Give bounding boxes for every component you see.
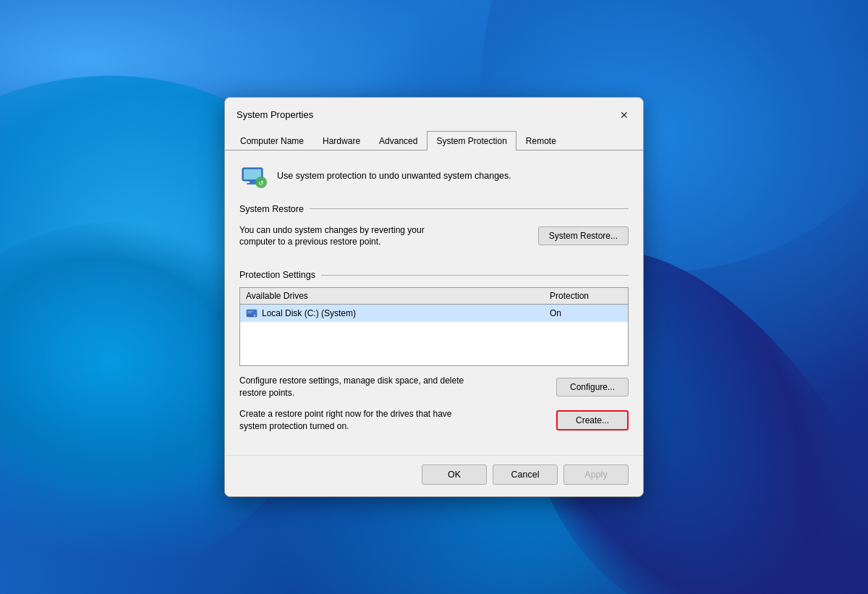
- apply-button[interactable]: Apply: [563, 464, 629, 485]
- configure-button[interactable]: Configure...: [556, 378, 629, 396]
- tab-hardware[interactable]: Hardware: [313, 131, 370, 150]
- drive-name-cell: Local Disk (C:) (System): [246, 307, 550, 319]
- dialog-content: ↺ Use system protection to undo unwanted…: [225, 150, 643, 456]
- system-restore-header: System Restore: [239, 204, 629, 214]
- restore-row: You can undo system changes by reverting…: [239, 221, 629, 256]
- configure-description: Configure restore settings, manage disk …: [239, 375, 471, 399]
- drive-name: Local Disk (C:) (System): [262, 308, 356, 318]
- title-bar: System Properties ✕: [225, 98, 643, 131]
- configure-row: Configure restore settings, manage disk …: [239, 375, 629, 399]
- protection-settings-section: Protection Settings Available Drives Pro…: [239, 270, 629, 432]
- protection-settings-header: Protection Settings: [239, 270, 629, 280]
- tab-advanced[interactable]: Advanced: [370, 131, 427, 150]
- empty-table-rows: [240, 322, 628, 365]
- svg-rect-9: [247, 311, 253, 312]
- system-restore-title: System Restore: [239, 204, 304, 214]
- protection-settings-title: Protection Settings: [239, 270, 315, 280]
- create-button[interactable]: Create...: [556, 410, 629, 430]
- system-restore-section: System Restore You can undo system chang…: [239, 204, 629, 256]
- section-divider: [310, 208, 629, 209]
- tab-bar: Computer Name Hardware Advanced System P…: [225, 131, 643, 150]
- disk-icon: [246, 307, 258, 319]
- system-protection-icon: ↺: [239, 162, 268, 191]
- table-row[interactable]: Local Disk (C:) (System) On: [240, 305, 628, 322]
- ok-button[interactable]: OK: [422, 464, 487, 485]
- section-divider-2: [321, 275, 629, 276]
- system-properties-dialog: System Properties ✕ Computer Name Hardwa…: [224, 97, 644, 498]
- drives-table-header: Available Drives Protection: [240, 288, 628, 305]
- svg-point-8: [254, 315, 256, 317]
- create-description: Create a restore point right now for the…: [239, 408, 471, 433]
- restore-description: You can undo system changes by reverting…: [239, 224, 456, 249]
- svg-text:↺: ↺: [258, 179, 264, 187]
- drives-col2-header: Protection: [550, 291, 622, 301]
- tab-computer-name[interactable]: Computer Name: [231, 131, 313, 150]
- protection-status: On: [550, 308, 622, 318]
- dialog-title: System Properties: [237, 109, 313, 120]
- dialog-footer: OK Cancel Apply: [225, 455, 643, 496]
- drives-table: Available Drives Protection Local D: [239, 287, 629, 366]
- header-section: ↺ Use system protection to undo unwanted…: [239, 162, 629, 191]
- tab-system-protection[interactable]: System Protection: [427, 131, 516, 150]
- system-restore-button[interactable]: System Restore...: [538, 226, 629, 245]
- create-row: Create a restore point right now for the…: [239, 408, 629, 433]
- close-button[interactable]: ✕: [614, 105, 634, 125]
- header-description: Use system protection to undo unwanted s…: [277, 170, 511, 183]
- drives-col1-header: Available Drives: [246, 291, 550, 301]
- cancel-button[interactable]: Cancel: [493, 464, 558, 485]
- tab-remote[interactable]: Remote: [516, 131, 566, 150]
- svg-rect-10: [247, 313, 252, 313]
